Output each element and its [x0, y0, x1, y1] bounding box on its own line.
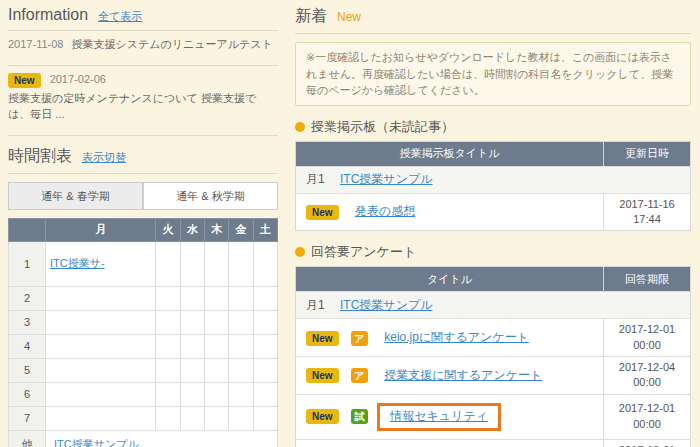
board-row: New 発表の感想 2017-11-16 17:44	[296, 193, 691, 231]
survey-row: New 試 情報セキュリティ 2017-12-01 00:00	[296, 394, 691, 439]
timetable-cell	[180, 382, 204, 406]
timetable-cell	[229, 241, 253, 286]
timetable-cell-other: ITC授業サンプル	[46, 430, 278, 447]
new-badge: New	[306, 409, 339, 424]
course-link[interactable]: ITC授業サ‐	[50, 257, 105, 269]
timetable-cell	[180, 310, 204, 334]
survey-row-date: 2017-12-04 00:00	[604, 357, 691, 395]
timetable-cell	[205, 382, 229, 406]
course-row: 月1 ITC授業サンプル	[296, 292, 691, 319]
information-header: Information 全て表示	[8, 6, 278, 24]
timetable-cell	[205, 334, 229, 358]
timetable-cell	[46, 334, 156, 358]
news-title: 新着	[295, 6, 327, 27]
info-entry: New 2017-02-06 授業支援の定時メンテナンスについて 授業支援では、…	[8, 66, 278, 129]
news-header: 新着 New	[295, 6, 691, 27]
timetable-cell	[229, 310, 253, 334]
period-label: 4	[9, 334, 46, 358]
survey-link[interactable]: 授業支援に関するアンケート	[384, 368, 542, 382]
timetable-cell	[180, 406, 204, 430]
period-label: 6	[9, 382, 46, 406]
timetable-cell	[180, 241, 204, 286]
info-entry: 2017-11-08授業支援システムのリニューアルテスト	[8, 31, 278, 59]
survey-col-title: タイトル	[296, 267, 604, 292]
survey-row-date: 2017-12-01 00:00	[604, 394, 691, 439]
timetable-cell	[180, 358, 204, 382]
survey-category-badge: ア	[351, 331, 368, 346]
timetable-cell	[229, 286, 253, 310]
timetable-cell	[205, 241, 229, 286]
survey-row-date: 2017-12-01 00:00	[604, 319, 691, 357]
timetable-cell	[46, 286, 156, 310]
timetable-grid: 月 火 水 木 金 土 1 ITC授業サ‐ 2	[8, 218, 278, 447]
bullet-icon	[295, 122, 305, 132]
timetable-cell	[180, 286, 204, 310]
board-table: 授業掲示板タイトル 更新日時 月1 ITC授業サンプル New 発表の感想 20…	[295, 141, 691, 232]
right-column: 新着 New ※一度確認したお知らせやダウンロードした教材は、この画面には表示さ…	[295, 6, 691, 447]
bullet-icon	[295, 247, 305, 257]
corner-cell	[9, 218, 46, 241]
timetable-cell	[253, 382, 277, 406]
news-new-label: New	[337, 10, 361, 24]
notice-box: ※一度確認したお知らせやダウンロードした教材は、この画面には表示されません。再度…	[295, 42, 691, 106]
survey-row: New ア keio.jpに関するアンケート 2017-12-01 00:00	[296, 319, 691, 357]
timetable-cell	[46, 358, 156, 382]
new-badge: New	[8, 73, 41, 88]
survey-col-date: 回答期限	[604, 267, 691, 292]
day-header-sat: 土	[253, 218, 277, 241]
timetable-cell	[205, 358, 229, 382]
timetable-cell	[253, 358, 277, 382]
course-link[interactable]: ITC授業サンプル	[54, 438, 139, 447]
info-entry-date: 2017-02-06	[50, 73, 106, 85]
course-link[interactable]: ITC授業サンプル	[340, 298, 432, 312]
display-toggle-link[interactable]: 表示切替	[82, 150, 126, 165]
timetable-cell	[180, 334, 204, 358]
timetable-cell-mon1: ITC授業サ‐	[46, 241, 156, 286]
info-entry-text: 授業支援システムのリニューアルテスト	[71, 38, 272, 50]
timetable-cell	[46, 310, 156, 334]
show-all-link[interactable]: 全て表示	[98, 9, 142, 24]
timetable-cell	[156, 334, 180, 358]
survey-link[interactable]: keio.jpに関するアンケート	[384, 330, 529, 344]
divider	[8, 173, 278, 174]
course-slot: 月1	[306, 298, 325, 312]
survey-link[interactable]: 情報セキュリティ	[390, 409, 488, 423]
timetable-cell	[205, 286, 229, 310]
period-label: 3	[9, 310, 46, 334]
timetable-cell	[46, 406, 156, 430]
tab-fall-semester[interactable]: 通年 & 秋学期	[143, 182, 278, 210]
board-section-label: 授業掲示板（未読記事）	[311, 118, 454, 136]
survey-row: New 他 顔写真 2017-12-01 00:00	[296, 439, 691, 447]
highlight-annotation: 情報セキュリティ	[377, 403, 501, 431]
timetable-cell	[156, 286, 180, 310]
day-header-mon: 月	[46, 218, 156, 241]
new-badge: New	[306, 331, 339, 346]
timetable-cell	[46, 382, 156, 406]
timetable-cell	[253, 241, 277, 286]
timetable-cell	[253, 334, 277, 358]
info-entry-date: 2017-11-08	[8, 38, 63, 50]
timetable-cell	[156, 241, 180, 286]
info-entry-text: 授業支援の定時メンテナンスについて 授業支援では、毎日 ...	[8, 91, 278, 123]
divider	[8, 135, 278, 136]
board-col-date: 更新日時	[604, 141, 691, 166]
period-label: 5	[9, 358, 46, 382]
survey-category-badge: 試	[351, 409, 368, 424]
course-link[interactable]: ITC授業サンプル	[340, 172, 432, 186]
board-col-title: 授業掲示板タイトル	[296, 141, 604, 166]
timetable-cell	[156, 310, 180, 334]
timetable-cell	[253, 406, 277, 430]
timetable-cell	[156, 358, 180, 382]
timetable-cell	[229, 406, 253, 430]
board-post-link[interactable]: 発表の感想	[355, 204, 415, 218]
timetable-cell	[156, 382, 180, 406]
timetable-cell	[229, 334, 253, 358]
timetable-cell	[253, 286, 277, 310]
day-header-fri: 金	[229, 218, 253, 241]
timetable-header: 時間割表 表示切替	[8, 146, 278, 167]
timetable-cell	[205, 406, 229, 430]
tab-spring-semester[interactable]: 通年 & 春学期	[8, 182, 143, 210]
survey-table: タイトル 回答期限 月1 ITC授業サンプル New ア keio.jpに関する…	[295, 266, 691, 447]
period-label: 2	[9, 286, 46, 310]
timetable-cell	[253, 310, 277, 334]
